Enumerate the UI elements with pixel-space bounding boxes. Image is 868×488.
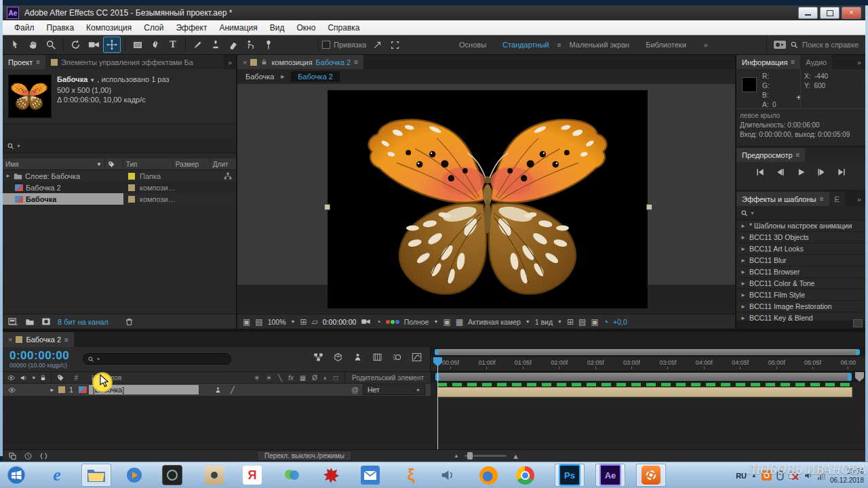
- tab-preview[interactable]: Предпросмотр ≡: [736, 148, 805, 162]
- expand-render-time-icon[interactable]: [24, 452, 33, 460]
- project-row-folder[interactable]: ► Слоев: Бабочка Папка: [3, 170, 236, 182]
- camera-dropdown[interactable]: Активная камер: [468, 318, 521, 326]
- flowchart-icon[interactable]: ▣: [591, 317, 598, 327]
- menu-view[interactable]: Вид: [264, 23, 291, 33]
- selection-tool-icon[interactable]: [7, 37, 24, 52]
- viewer-panel-menu-icon[interactable]: ≡: [354, 58, 358, 66]
- taskbar-tune-app[interactable]: ξ: [396, 464, 426, 487]
- taskbar-volume-mixer[interactable]: [433, 464, 462, 487]
- tab-composition[interactable]: × композиция Бабочка 2 ≡: [237, 55, 363, 69]
- label-swatch[interactable]: [128, 173, 135, 180]
- choose-grid-icon[interactable]: ⊞: [300, 317, 307, 327]
- timeline-tab[interactable]: × Бабочка 2 ≡: [3, 332, 74, 347]
- effects-panel-menu-icon[interactable]: ≡: [820, 195, 824, 203]
- first-frame-button[interactable]: [755, 167, 766, 177]
- taskbar-paint-app[interactable]: [316, 464, 346, 487]
- index-column-label[interactable]: #: [70, 374, 82, 382]
- navigator-handle-left[interactable]: [435, 349, 439, 355]
- region-of-interest-icon[interactable]: ▱: [312, 317, 318, 327]
- tab-audio[interactable]: Аудио: [800, 55, 832, 69]
- threed-column-icon[interactable]: □: [334, 374, 338, 382]
- quality-column-icon[interactable]: ╲: [278, 374, 282, 382]
- info-tabs-overflow-icon[interactable]: »: [853, 55, 865, 69]
- expand-in-out-icon[interactable]: [8, 452, 17, 460]
- navigator-handle-right[interactable]: [856, 349, 860, 355]
- parent-dropdown[interactable]: Нет ▼: [363, 384, 425, 395]
- project-search[interactable]: ▼: [3, 139, 236, 153]
- layer-shy-icon[interactable]: [214, 386, 222, 394]
- taskbar-messenger[interactable]: [277, 464, 307, 487]
- view-layout-dropdown[interactable]: 1 вид: [535, 318, 553, 326]
- last-frame-button[interactable]: [836, 167, 847, 177]
- taskbar-yandex[interactable]: Я: [237, 464, 267, 487]
- taskbar-archive-app[interactable]: [199, 464, 229, 487]
- type-tool-icon[interactable]: T: [165, 37, 181, 52]
- exposure-value[interactable]: +0,0: [613, 318, 627, 326]
- tab-partial[interactable]: Е: [829, 192, 845, 206]
- comp-marker-bin-icon[interactable]: [855, 372, 864, 382]
- expand-transform-icon[interactable]: [39, 452, 48, 460]
- hide-shy-layers-icon[interactable]: [353, 352, 363, 362]
- motion-blur-icon[interactable]: [392, 352, 402, 362]
- transparency-grid-icon[interactable]: ▦: [456, 317, 463, 327]
- bit-depth-label[interactable]: 8 бит на канал: [58, 318, 108, 326]
- taskbar-chrome[interactable]: [510, 464, 540, 487]
- pan-behind-anchor-tool-icon[interactable]: [103, 37, 121, 53]
- primary-viewer-icon[interactable]: ▤: [255, 317, 262, 327]
- camera-tool-icon[interactable]: [85, 37, 102, 52]
- audio-icon[interactable]: [20, 374, 28, 382]
- work-area-bar[interactable]: [437, 373, 850, 381]
- menu-effect[interactable]: Эффект: [170, 23, 213, 33]
- show-channel-icon[interactable]: [386, 320, 399, 324]
- effects-category[interactable]: ►BCC11 Art Looks: [736, 243, 865, 255]
- effects-tabs-overflow-icon[interactable]: »: [853, 192, 865, 206]
- restore-button[interactable]: [820, 7, 840, 19]
- column-size[interactable]: Размер: [173, 159, 210, 169]
- project-row-comp2[interactable]: Бабочка 2 компози…: [3, 182, 236, 193]
- reset-exposure-icon[interactable]: ◔: [604, 317, 608, 327]
- info-panel-menu-icon[interactable]: ≡: [791, 58, 795, 66]
- workspace-tab-basics[interactable]: Основы: [451, 41, 494, 49]
- clone-stamp-tool-icon[interactable]: [208, 37, 224, 52]
- zoom-out-mountain-icon[interactable]: ▲: [454, 453, 459, 459]
- parent-column-label[interactable]: Родительский элемент: [345, 374, 431, 382]
- fx-column-icon[interactable]: fx: [288, 374, 294, 382]
- layer-duration-bar[interactable]: [437, 387, 852, 397]
- selection-handle-left[interactable]: [324, 204, 330, 210]
- always-preview-icon[interactable]: ▣: [243, 317, 250, 327]
- zoom-slider-handle[interactable]: [467, 452, 473, 460]
- solo-icon[interactable]: ●: [32, 374, 35, 381]
- disclosure-arrow-icon[interactable]: ►: [5, 173, 11, 179]
- tab-close-icon[interactable]: ×: [243, 58, 247, 66]
- work-area-end-handle[interactable]: [848, 373, 852, 381]
- frame-blending-icon[interactable]: [372, 352, 382, 362]
- close-button[interactable]: ×: [842, 7, 861, 19]
- menu-animation[interactable]: Анимация: [213, 23, 263, 33]
- pixel-aspect-icon[interactable]: ⊞: [567, 317, 574, 327]
- chevron-down-icon[interactable]: ▼: [291, 319, 296, 324]
- taskbar-photoshop[interactable]: Ps: [555, 464, 585, 487]
- snapshot-camera-icon[interactable]: [361, 318, 371, 325]
- interpret-footage-icon[interactable]: [8, 317, 18, 326]
- collapse-column-icon[interactable]: ☀: [266, 374, 272, 382]
- project-panel-menu-icon[interactable]: ≡: [36, 58, 40, 66]
- composition-frame[interactable]: [328, 90, 648, 308]
- rotation-tool-icon[interactable]: [68, 37, 84, 52]
- eye-icon[interactable]: [7, 374, 16, 382]
- label-swatch[interactable]: [128, 196, 135, 203]
- fast-previews-icon[interactable]: ▣: [443, 317, 450, 327]
- breadcrumb-parent[interactable]: Бабочка: [245, 73, 274, 81]
- tab-effects-presets[interactable]: Эффекты и шаблоны ≡: [736, 192, 829, 206]
- taskbar-internet-explorer[interactable]: e: [42, 464, 72, 487]
- effects-category[interactable]: ►BCC11 Image Restoration: [736, 301, 865, 312]
- language-indicator[interactable]: RU: [736, 472, 747, 480]
- breadcrumb-current[interactable]: Бабочка 2: [291, 71, 340, 82]
- tab-close-icon[interactable]: ×: [8, 336, 12, 344]
- layer-quality-icon[interactable]: ╱: [231, 386, 235, 394]
- effects-category[interactable]: ►BCC11 3D Objects: [736, 232, 865, 243]
- parent-pickwhip-icon[interactable]: @: [351, 386, 359, 394]
- taskbar-firefox[interactable]: [473, 464, 503, 487]
- timeline-jump-icon[interactable]: ▤: [578, 317, 586, 327]
- zoom-in-mountain-icon[interactable]: ▲: [512, 452, 519, 460]
- menu-composition[interactable]: Композиция: [80, 23, 138, 33]
